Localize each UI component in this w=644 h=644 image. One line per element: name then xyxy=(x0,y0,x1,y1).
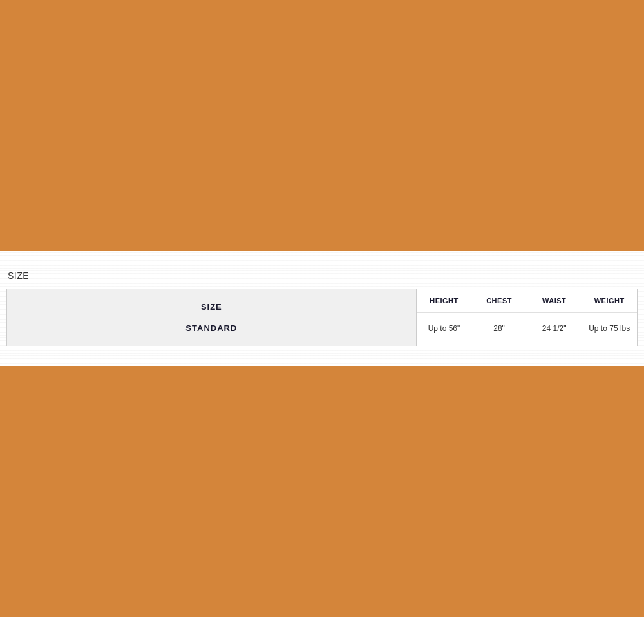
size-section-label: SIZE xyxy=(6,270,638,281)
size-column-value: STANDARD xyxy=(185,323,237,333)
data-waist: 24 1/2" xyxy=(527,323,582,334)
header-chest: CHEST xyxy=(471,297,527,305)
size-section: SIZE SIZE STANDARD HEIGHT CHEST WAIST WE… xyxy=(0,251,644,366)
data-weight: Up to 75 lbs xyxy=(582,323,637,334)
header-weight: WEIGHT xyxy=(582,297,637,305)
size-column-header: SIZE xyxy=(201,302,222,312)
orange-top-block xyxy=(0,0,644,251)
size-right-data-row: Up to 56" 28" 24 1/2" Up to 75 lbs xyxy=(417,313,637,345)
orange-bottom-block xyxy=(0,366,644,617)
data-height: Up to 56" xyxy=(417,323,472,334)
size-right-panel: HEIGHT CHEST WAIST WEIGHT Up to 56" 28" … xyxy=(417,289,637,346)
size-right-header-row: HEIGHT CHEST WAIST WEIGHT xyxy=(417,289,637,313)
size-table: SIZE STANDARD HEIGHT CHEST WAIST WEIGHT … xyxy=(6,289,638,346)
header-height: HEIGHT xyxy=(417,297,472,305)
header-waist: WAIST xyxy=(527,297,582,305)
size-left-panel: SIZE STANDARD xyxy=(7,289,417,346)
data-chest: 28" xyxy=(471,323,527,334)
